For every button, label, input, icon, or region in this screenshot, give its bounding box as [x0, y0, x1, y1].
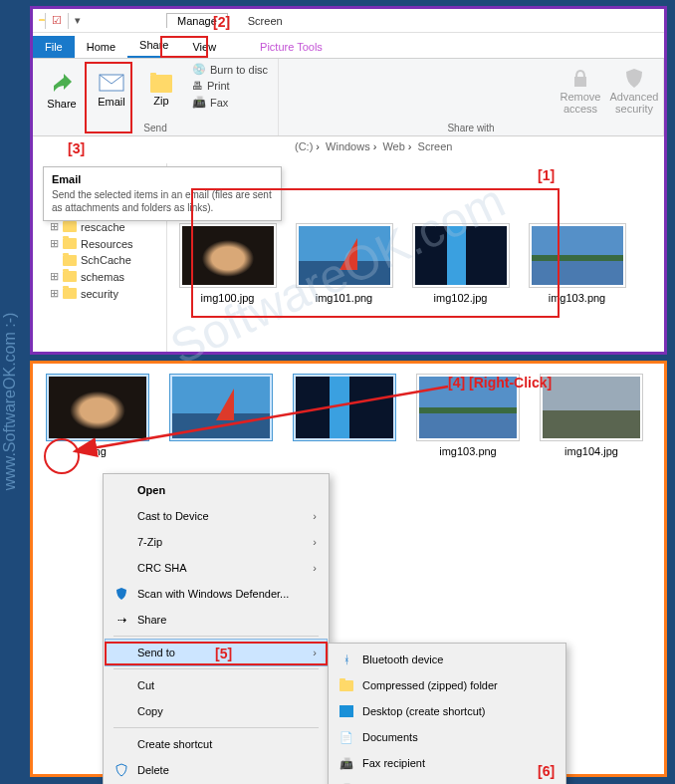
- remove-access-button: Remove access: [558, 62, 603, 120]
- share-label: Share: [47, 98, 76, 110]
- sendto-fax-de[interactable]: 📠Faxempfänger: [331, 776, 563, 784]
- share-arrow-icon: [50, 72, 74, 96]
- chevron-right-icon: ›: [313, 647, 317, 658]
- crumb-c[interactable]: (C:): [295, 140, 313, 152]
- document-icon: 📄: [338, 729, 354, 745]
- crumb-windows[interactable]: Windows: [326, 140, 370, 152]
- explorer-window-top: ☑ ▾ Manage Screen File Home Share View P…: [30, 6, 667, 355]
- tooltip-body: Send the selected items in an email (fil…: [52, 188, 273, 214]
- dropdown-icon[interactable]: ▾: [75, 14, 81, 27]
- tree-item[interactable]: ⊞schemas: [37, 268, 162, 285]
- breadcrumb[interactable]: (C:)› Windows› Web› Screen: [292, 140, 455, 152]
- zip-button[interactable]: Zip: [138, 62, 184, 120]
- ctx-open[interactable]: Open: [106, 477, 327, 503]
- file-item[interactable]: img102.jpg: [408, 223, 513, 344]
- share-icon: ⇢: [113, 612, 129, 628]
- svg-rect-3: [339, 705, 353, 717]
- tab-picture-tools[interactable]: Picture Tools: [248, 36, 335, 58]
- chevron-right-icon: ›: [313, 562, 317, 574]
- ctx-delete[interactable]: Delete: [106, 757, 327, 783]
- shield-icon: [113, 586, 129, 602]
- fax-button[interactable]: 📠Fax: [188, 95, 272, 110]
- ctx-cut[interactable]: Cut: [106, 672, 327, 698]
- envelope-icon: [99, 74, 124, 94]
- tab-share[interactable]: Share: [127, 34, 180, 58]
- ctx-7zip[interactable]: 7-Zip›: [106, 529, 327, 555]
- file-item[interactable]: img103.png: [413, 374, 523, 457]
- tree-item[interactable]: ⊞Resources: [37, 235, 162, 252]
- tree-item[interactable]: ⊞security: [37, 285, 162, 302]
- explorer-window-bottom: img img103.png img104.jpg Open Cast to D…: [30, 361, 667, 777]
- tab-file[interactable]: File: [33, 36, 75, 58]
- chevron-right-icon: ›: [313, 510, 317, 522]
- watermark-side: www.SoftwareOK.com :-): [1, 312, 19, 490]
- quick-access-toolbar: ☑ ▾: [33, 13, 87, 29]
- tab-view[interactable]: View: [180, 36, 228, 58]
- group-send-label: Send: [39, 121, 272, 133]
- zip-folder-icon: [150, 75, 172, 93]
- ctx-share[interactable]: ⇢Share: [106, 607, 327, 633]
- file-thumbnails-bottom: img img103.png img104.jpg: [33, 364, 664, 467]
- titlebar: ☑ ▾ Manage Screen: [33, 9, 664, 33]
- file-item[interactable]: [290, 374, 399, 457]
- zip-folder-icon: [338, 677, 354, 693]
- file-item[interactable]: img104.jpg: [537, 374, 646, 457]
- ctx-copy[interactable]: Copy: [106, 698, 327, 724]
- ctx-crc[interactable]: CRC SHA›: [106, 555, 327, 581]
- sendto-bluetooth[interactable]: ᚼBluetooth device: [331, 647, 563, 672]
- crumb-web[interactable]: Web: [382, 140, 404, 152]
- crumb-screen[interactable]: Screen: [418, 140, 453, 152]
- sendto-documents[interactable]: 📄Documents: [331, 724, 563, 750]
- ctx-send-to[interactable]: Send to›: [106, 640, 327, 665]
- lock-icon: [569, 67, 591, 89]
- delete-icon: [113, 762, 129, 778]
- file-item[interactable]: img: [43, 374, 152, 457]
- checkbox-icon[interactable]: ☑: [52, 14, 62, 27]
- desktop-icon: [338, 703, 354, 719]
- shield-icon: [623, 67, 645, 89]
- tooltip-title: Email: [52, 173, 273, 185]
- bluetooth-icon: ᚼ: [338, 652, 354, 667]
- svg-rect-1: [574, 77, 586, 87]
- tree-item[interactable]: SchCache: [37, 252, 162, 268]
- disc-icon: 💿: [192, 63, 206, 76]
- email-button[interactable]: Email: [89, 62, 134, 120]
- window-title: Screen: [248, 15, 283, 27]
- zip-label: Zip: [153, 95, 168, 107]
- fax-icon: 📠: [338, 755, 354, 771]
- sendto-fax[interactable]: 📠Fax recipient: [331, 750, 563, 776]
- ctx-defender[interactable]: Scan with Windows Defender...: [106, 581, 327, 607]
- email-label: Email: [98, 96, 125, 108]
- file-item[interactable]: img101.png: [292, 223, 396, 344]
- share-button[interactable]: Share: [39, 62, 85, 120]
- file-item[interactable]: img100.jpg: [175, 223, 280, 344]
- sendto-zip[interactable]: Compressed (zipped) folder: [331, 672, 563, 698]
- ribbon: Share Email Zip 💿Burn to disc 🖶Print 📠Fa…: [33, 59, 664, 136]
- manage-tab[interactable]: Manage: [177, 15, 217, 27]
- fax-icon: 📠: [192, 96, 206, 109]
- print-button[interactable]: 🖶Print: [188, 79, 272, 93]
- file-item[interactable]: img103.png: [525, 223, 629, 344]
- send-to-submenu: ᚼBluetooth device Compressed (zipped) fo…: [328, 643, 566, 784]
- ctx-cast[interactable]: Cast to Device›: [106, 503, 327, 529]
- sendto-desktop[interactable]: Desktop (create shortcut): [331, 698, 563, 724]
- context-menu: Open Cast to Device› 7-Zip› CRC SHA› Sca…: [103, 473, 330, 784]
- ctx-shortcut[interactable]: Create shortcut: [106, 731, 327, 757]
- printer-icon: 🖶: [192, 80, 203, 92]
- chevron-right-icon: ›: [313, 536, 317, 548]
- file-item[interactable]: [166, 374, 276, 457]
- ribbon-tabs: File Home Share View Picture Tools: [33, 33, 664, 59]
- tab-home[interactable]: Home: [75, 36, 127, 58]
- advanced-security-button: Advanced security: [611, 62, 657, 120]
- burn-button[interactable]: 💿Burn to disc: [188, 62, 272, 77]
- email-tooltip: Email Send the selected items in an emai…: [43, 166, 282, 221]
- group-sharewith-label: Share with: [285, 121, 657, 133]
